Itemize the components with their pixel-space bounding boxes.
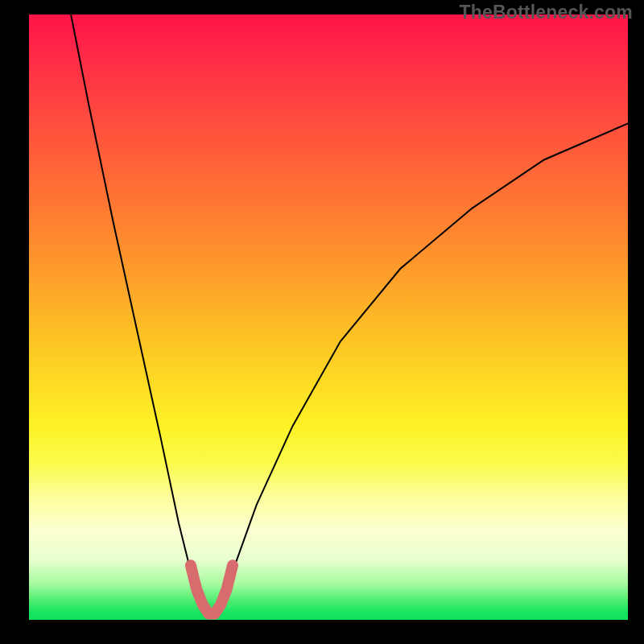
bottleneck-curve [71, 14, 628, 614]
watermark-text: TheBottleneck.com [459, 2, 633, 23]
optimal-zone-marker [191, 565, 233, 613]
chart-plot-area [29, 14, 628, 620]
chart-frame: TheBottleneck.com [0, 0, 644, 644]
chart-svg [29, 14, 628, 620]
